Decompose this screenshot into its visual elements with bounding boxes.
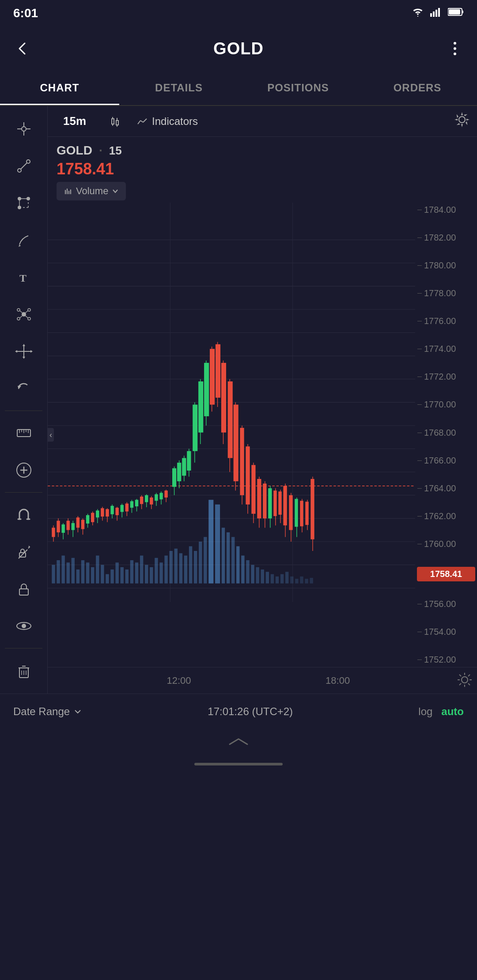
- pen-tool[interactable]: [6, 222, 42, 258]
- chart-settings-button[interactable]: [454, 111, 470, 131]
- scale-buttons: log auto: [418, 705, 464, 718]
- shape-tool[interactable]: [6, 185, 42, 221]
- svg-rect-235: [283, 486, 287, 525]
- tab-details[interactable]: DETAILS: [119, 71, 238, 105]
- tab-bar: CHART DETAILS POSITIONS ORDERS: [0, 71, 477, 106]
- svg-rect-209: [210, 349, 215, 404]
- svg-rect-229: [268, 488, 272, 518]
- visibility-tool[interactable]: [6, 608, 42, 644]
- svg-rect-54: [19, 589, 28, 595]
- sun-settings-button[interactable]: [457, 672, 473, 690]
- svg-point-8: [454, 47, 456, 50]
- undo-button[interactable]: [6, 371, 42, 406]
- time-label-12: 12:00: [167, 675, 191, 686]
- svg-rect-114: [159, 562, 163, 583]
- timeframe-button[interactable]: 15m: [54, 110, 95, 132]
- svg-rect-97: [76, 569, 80, 584]
- signal-icon: [430, 7, 443, 19]
- graph-tool[interactable]: [6, 297, 42, 332]
- svg-rect-3: [438, 8, 440, 17]
- toolbar-divider-2: [5, 492, 43, 493]
- svg-rect-106: [121, 567, 124, 584]
- price-label-1774: 1774.00: [424, 344, 456, 354]
- lock-drawing-tool[interactable]: [6, 534, 42, 569]
- svg-rect-163: [91, 513, 94, 522]
- svg-rect-66: [116, 121, 118, 125]
- svg-rect-143: [305, 579, 308, 584]
- svg-rect-134: [261, 569, 264, 584]
- volume-indicator-badge[interactable]: Volume: [57, 182, 126, 200]
- auto-scale-button[interactable]: auto: [441, 705, 464, 718]
- toolbar-divider-1: [5, 411, 43, 411]
- candlestick-chart[interactable]: ‹: [48, 203, 415, 667]
- more-options-button[interactable]: [442, 35, 468, 62]
- price-label-1762: 1762.00: [424, 511, 456, 521]
- svg-point-246: [462, 677, 468, 683]
- svg-marker-39: [23, 344, 25, 346]
- svg-rect-137: [276, 577, 279, 584]
- left-toolbar: T: [0, 106, 48, 694]
- tab-orders[interactable]: ORDERS: [358, 71, 477, 105]
- svg-rect-217: [234, 405, 238, 482]
- time-axis: 12:00 18:00: [48, 667, 477, 694]
- back-button[interactable]: [9, 35, 35, 62]
- svg-rect-5: [462, 11, 463, 13]
- text-tool[interactable]: T: [6, 260, 42, 295]
- tab-chart[interactable]: CHART: [0, 71, 119, 105]
- svg-rect-116: [169, 551, 172, 584]
- svg-rect-185: [145, 495, 148, 502]
- wifi-icon: [411, 7, 425, 19]
- price-label-1764: 1764.00: [424, 483, 456, 494]
- svg-rect-96: [72, 558, 75, 584]
- indicators-button[interactable]: Indicators: [136, 115, 198, 128]
- svg-line-34: [25, 316, 28, 318]
- chart-info: GOLD · 15 1758.41 Volume: [48, 137, 477, 203]
- svg-rect-189: [155, 494, 158, 501]
- date-range-button[interactable]: Date Range: [13, 705, 82, 718]
- svg-rect-231: [273, 490, 276, 516]
- collapse-chart-button[interactable]: ‹: [48, 428, 54, 442]
- svg-rect-225: [257, 479, 261, 518]
- log-scale-button[interactable]: log: [418, 705, 432, 718]
- svg-rect-121: [194, 551, 197, 584]
- svg-rect-110: [140, 556, 143, 584]
- svg-rect-165: [96, 510, 99, 517]
- tab-positions[interactable]: POSITIONS: [238, 71, 358, 105]
- measure-tool[interactable]: [6, 334, 42, 369]
- line-tool[interactable]: [6, 148, 42, 184]
- svg-rect-135: [266, 572, 269, 583]
- svg-rect-167: [101, 508, 104, 516]
- svg-rect-171: [110, 506, 114, 514]
- svg-rect-113: [155, 558, 158, 584]
- svg-rect-193: [164, 490, 167, 498]
- price-label-1766: 1766.00: [424, 456, 456, 466]
- status-icons: [411, 7, 464, 19]
- svg-rect-221: [246, 446, 250, 505]
- svg-rect-111: [145, 565, 148, 584]
- price-label-1756: 1756.00: [424, 599, 456, 609]
- svg-rect-124: [208, 500, 213, 583]
- svg-rect-159: [81, 520, 84, 529]
- svg-rect-127: [227, 532, 230, 584]
- svg-rect-2: [435, 10, 437, 17]
- svg-marker-37: [15, 350, 17, 353]
- price-label-1772: 1772.00: [424, 372, 456, 382]
- candle-type-button[interactable]: [99, 110, 129, 132]
- add-indicator-button[interactable]: [6, 452, 42, 488]
- svg-point-9: [454, 53, 456, 55]
- crosshair-tool[interactable]: [6, 111, 42, 147]
- ruler-tool[interactable]: [6, 415, 42, 451]
- svg-rect-129: [236, 546, 239, 583]
- svg-rect-140: [290, 577, 293, 584]
- svg-line-254: [459, 683, 461, 685]
- svg-rect-169: [106, 509, 109, 516]
- svg-rect-215: [228, 381, 233, 458]
- svg-rect-227: [263, 483, 266, 518]
- chart-symbol: GOLD · 15: [57, 143, 468, 158]
- lock-tool[interactable]: [6, 571, 42, 607]
- svg-rect-203: [193, 405, 197, 451]
- bottom-handle[interactable]: [0, 729, 477, 755]
- delete-button[interactable]: [6, 653, 42, 688]
- svg-rect-161: [86, 515, 89, 524]
- magnet-tool[interactable]: [6, 497, 42, 532]
